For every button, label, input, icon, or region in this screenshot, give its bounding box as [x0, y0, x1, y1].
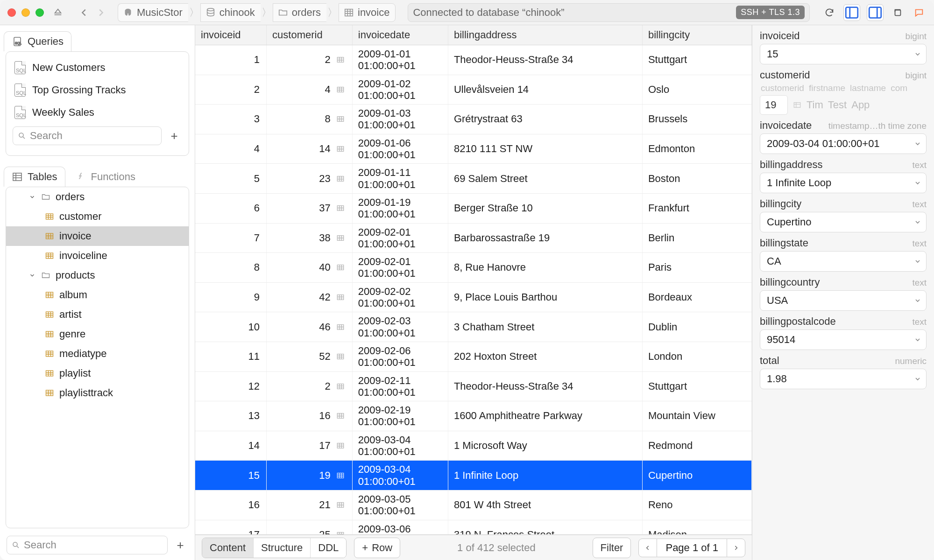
right-panel-toggle[interactable] [867, 4, 884, 21]
column-header-billingcity[interactable]: billingcity [642, 25, 751, 45]
cell-invoicedate[interactable]: 2009-01-0601:00:00+01 [352, 134, 448, 164]
field-value[interactable]: 19 [760, 95, 788, 115]
close-window-button[interactable] [7, 8, 16, 17]
table-row[interactable]: 1725 2009-03-0601:00:00+01319 N. Frances… [195, 520, 752, 535]
cell-billingaddress[interactable]: 1 Microsoft Way [448, 431, 642, 461]
query-item[interactable]: SQLNew Customers [6, 56, 189, 79]
field-value-input[interactable]: USA [760, 290, 927, 311]
functions-tab[interactable]: Functions [67, 167, 143, 187]
minimize-window-button[interactable] [21, 8, 30, 17]
cell-billingaddress[interactable]: Berger Straße 10 [448, 193, 642, 223]
cell-customerid[interactable]: 38 [267, 223, 353, 253]
table-row[interactable]: 523 2009-01-1101:00:00+0169 Salem Street… [195, 164, 752, 194]
zoom-window-button[interactable] [35, 8, 44, 17]
cell-billingaddress[interactable]: 202 Hoxton Street [448, 342, 642, 371]
cell-invoiceid[interactable]: 7 [195, 223, 267, 253]
field-value-input[interactable]: 95014 [760, 329, 927, 350]
table-row[interactable]: 1519 2009-03-0401:00:00+011 Infinite Loo… [195, 461, 752, 490]
cell-invoicedate[interactable]: 2009-01-1101:00:00+01 [352, 164, 448, 194]
cell-invoiceid[interactable]: 8 [195, 253, 267, 283]
cell-billingaddress[interactable]: 801 W 4th Street [448, 490, 642, 520]
cell-billingaddress[interactable]: 8, Rue Hanovre [448, 253, 642, 283]
cell-billingcity[interactable]: Bordeaux [642, 282, 751, 312]
cell-customerid[interactable]: 40 [267, 253, 353, 283]
cell-invoiceid[interactable]: 4 [195, 134, 267, 164]
cell-customerid[interactable]: 4 [267, 75, 353, 105]
cell-customerid[interactable]: 46 [267, 312, 353, 342]
table-row[interactable]: 942 2009-02-0201:00:00+019, Place Louis … [195, 282, 752, 312]
tab-ddl[interactable]: DDL [311, 538, 346, 558]
cell-customerid[interactable]: 2 [267, 45, 353, 75]
cell-billingaddress[interactable]: 9, Place Louis Barthou [448, 282, 642, 312]
table-row[interactable]: 1417 2009-03-0401:00:00+011 Microsoft Wa… [195, 431, 752, 461]
table-row[interactable]: 1152 2009-02-0601:00:00+01202 Hoxton Str… [195, 342, 752, 371]
cell-invoicedate[interactable]: 2009-03-0501:00:00+01 [352, 490, 448, 520]
cell-invoicedate[interactable]: 2009-02-0101:00:00+01 [352, 223, 448, 253]
table-row[interactable]: 1316 2009-02-1901:00:00+011600 Amphithea… [195, 401, 752, 431]
table-row[interactable]: 1046 2009-02-0301:00:00+013 Chatham Stre… [195, 312, 752, 342]
query-item[interactable]: SQLTop Grossing Tracks [6, 79, 189, 101]
cell-invoiceid[interactable]: 13 [195, 401, 267, 431]
tree-table-customer[interactable]: customer [6, 207, 189, 226]
tree-table-artist[interactable]: artist [6, 305, 189, 324]
cell-invoiceid[interactable]: 9 [195, 282, 267, 312]
eject-icon[interactable] [50, 5, 65, 20]
query-item[interactable]: SQLWeekly Sales [6, 101, 189, 124]
table-row[interactable]: 38 2009-01-0301:00:00+01Grétrystraat 63B… [195, 105, 752, 134]
table-row[interactable]: 738 2009-02-0101:00:00+01Barbarossastraß… [195, 223, 752, 253]
table-row[interactable]: 12 2009-01-0101:00:00+01Theodor-Heuss-St… [195, 45, 752, 75]
tree-table-playlist[interactable]: playlist [6, 364, 189, 383]
add-query-button[interactable]: + [166, 128, 182, 144]
cell-invoiceid[interactable]: 5 [195, 164, 267, 194]
cell-customerid[interactable]: 2 [267, 371, 353, 401]
table-row[interactable]: 840 2009-02-0101:00:00+018, Rue HanovreP… [195, 253, 752, 283]
tree-folder-orders[interactable]: orders [6, 187, 189, 207]
cell-invoicedate[interactable]: 2009-02-1101:00:00+01 [352, 371, 448, 401]
cell-customerid[interactable]: 17 [267, 431, 353, 461]
filter-button[interactable]: Filter [593, 538, 631, 558]
cell-billingaddress[interactable]: 1600 Amphitheatre Parkway [448, 401, 642, 431]
table-search-input[interactable]: Search [7, 536, 168, 554]
cell-invoicedate[interactable]: 2009-01-0201:00:00+01 [352, 75, 448, 105]
cell-billingcity[interactable]: Reno [642, 490, 751, 520]
tree-table-invoice[interactable]: invoice [6, 226, 189, 246]
cell-invoicedate[interactable]: 2009-03-0601:00:00+01 [352, 520, 448, 535]
field-value-input[interactable]: Cupertino [760, 212, 927, 232]
cell-billingcity[interactable]: Boston [642, 164, 751, 194]
cell-customerid[interactable]: 16 [267, 401, 353, 431]
view-mode-segmented[interactable]: Content Structure DDL [202, 538, 347, 558]
cell-invoiceid[interactable]: 3 [195, 105, 267, 134]
cell-customerid[interactable]: 8 [267, 105, 353, 134]
query-search-input[interactable]: Search [13, 126, 162, 145]
tree-table-playlisttrack[interactable]: playlisttrack [6, 383, 189, 403]
cell-customerid[interactable]: 42 [267, 282, 353, 312]
cell-billingaddress[interactable]: 69 Salem Street [448, 164, 642, 194]
nav-back-button[interactable] [77, 5, 92, 20]
cell-billingaddress[interactable]: Grétrystraat 63 [448, 105, 642, 134]
cell-billingcity[interactable]: Oslo [642, 75, 751, 105]
cell-billingaddress[interactable]: Theodor-Heuss-Straße 34 [448, 371, 642, 401]
cell-invoicedate[interactable]: 2009-01-1901:00:00+01 [352, 193, 448, 223]
tree-table-invoiceline[interactable]: invoiceline [6, 246, 189, 266]
cell-billingcity[interactable]: Cupertino [642, 461, 751, 490]
next-page-button[interactable] [727, 539, 745, 557]
field-value-input[interactable]: 15 [760, 44, 927, 64]
cell-billingcity[interactable]: Mountain View [642, 401, 751, 431]
cell-invoicedate[interactable]: 2009-03-0401:00:00+01 [352, 461, 448, 490]
cell-invoiceid[interactable]: 10 [195, 312, 267, 342]
cell-billingaddress[interactable]: 8210 111 ST NW [448, 134, 642, 164]
prev-page-button[interactable] [638, 539, 657, 557]
cell-customerid[interactable]: 19 [267, 461, 353, 490]
cell-billingaddress[interactable]: Barbarossastraße 19 [448, 223, 642, 253]
left-panel-toggle[interactable] [843, 4, 860, 21]
cell-invoiceid[interactable]: 14 [195, 431, 267, 461]
cell-invoiceid[interactable]: 15 [195, 461, 267, 490]
cell-invoicedate[interactable]: 2009-02-0301:00:00+01 [352, 312, 448, 342]
tree-folder-products[interactable]: products [6, 266, 189, 285]
field-value-input[interactable]: 1 Infinite Loop [760, 173, 927, 193]
add-table-button[interactable]: + [172, 537, 188, 553]
breadcrumb-schema[interactable]: orders [273, 3, 326, 22]
cell-billingaddress[interactable]: 319 N. Frances Street [448, 520, 642, 535]
cell-billingaddress[interactable]: 3 Chatham Street [448, 312, 642, 342]
cell-invoicedate[interactable]: 2009-01-0301:00:00+01 [352, 105, 448, 134]
